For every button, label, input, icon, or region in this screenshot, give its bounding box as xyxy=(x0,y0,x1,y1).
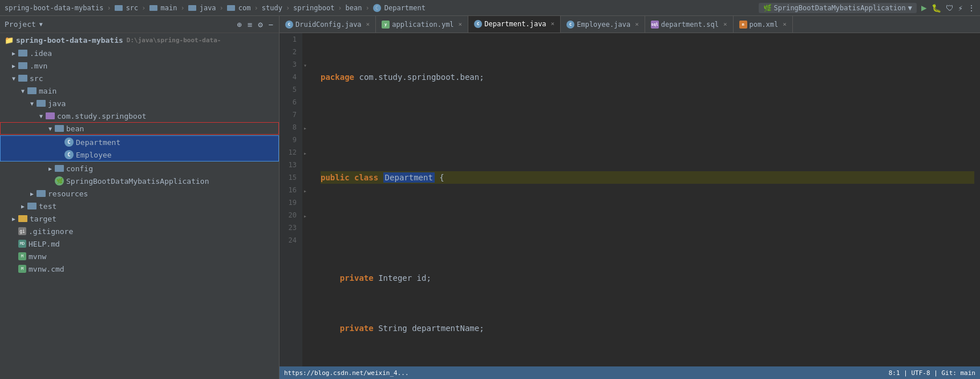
sidebar-item-java[interactable]: ▼ java xyxy=(0,97,279,110)
bc-main[interactable]: main xyxy=(161,4,177,12)
profile-icon[interactable]: ⚡ xyxy=(958,3,963,13)
settings-icon[interactable]: ⚙ xyxy=(257,19,264,30)
more-icon[interactable]: ⋮ xyxy=(967,3,975,13)
ln-2: 2 xyxy=(285,46,297,58)
bc-springboot[interactable]: springboot xyxy=(293,4,334,12)
project-name: spring-boot-data-mybatis xyxy=(16,36,123,45)
tab-department-java[interactable]: c Department.java × xyxy=(468,16,561,33)
coverage-icon[interactable]: 🛡 xyxy=(946,3,954,13)
bc-main-icon xyxy=(149,5,157,11)
sidebar-item-label: .mvn xyxy=(30,62,47,70)
tab-close[interactable]: × xyxy=(366,21,370,28)
gutter-2 xyxy=(302,46,315,58)
tab-close[interactable]: × xyxy=(783,21,787,28)
gutter-3: ▾ xyxy=(302,58,315,71)
bc-department[interactable]: Department xyxy=(384,4,426,12)
tab-department-sql[interactable]: sql department.sql × xyxy=(645,16,734,33)
sidebar-item-help[interactable]: ▶ MD HELP.md xyxy=(0,237,279,250)
tab-close[interactable]: × xyxy=(635,21,639,28)
tab-pom-xml[interactable]: m pom.xml × xyxy=(734,16,793,33)
folder-icon xyxy=(55,165,64,172)
dropdown-icon[interactable]: ▼ xyxy=(39,21,43,27)
arrow-icon: ▶ xyxy=(46,166,55,172)
run-icon[interactable]: ▶ xyxy=(921,2,927,13)
sidebar-item-label: mvnw.cmd xyxy=(29,265,64,273)
code-editor[interactable]: 1 2 3 4 5 6 7 8 9 12 13 15 16 19 20 23 2… xyxy=(280,33,980,366)
tab-close[interactable]: × xyxy=(723,21,727,28)
sidebar-item-mvn[interactable]: ▶ .mvn xyxy=(0,59,279,72)
bc-src[interactable]: src xyxy=(126,4,139,12)
tab-employee-java[interactable]: c Employee.java × xyxy=(561,16,645,33)
code-content[interactable]: package com.study.springboot.bean; publi… xyxy=(315,33,980,366)
tab-icon: c xyxy=(566,21,574,29)
gutter-8: ▸ xyxy=(302,121,315,134)
run-config-selector[interactable]: 🌿 SpringBootDataMybatisApplication ▼ xyxy=(759,3,917,13)
sidebar-item-department[interactable]: ▶ C Department xyxy=(1,136,278,148)
sidebar-header-icons: ⊕ ≡ ⚙ − xyxy=(236,19,274,30)
gutter-9 xyxy=(302,134,315,146)
sidebar-item-idea[interactable]: ▶ .idea xyxy=(0,47,279,59)
package-icon xyxy=(46,112,55,119)
sidebar-item-test[interactable]: ▶ test xyxy=(0,200,279,212)
fold-icon[interactable]: ▸ xyxy=(303,122,310,129)
tab-label: pom.xml xyxy=(750,21,779,29)
arrow-icon: ▶ xyxy=(9,216,18,222)
fold-icon[interactable]: ▸ xyxy=(303,210,310,217)
sidebar-item-gitignore[interactable]: ▶ gi .gitignore xyxy=(0,225,279,237)
gutter-13 xyxy=(302,159,315,171)
fold-icon[interactable]: ▸ xyxy=(303,147,310,154)
sidebar-item-label: com.study.springboot xyxy=(57,112,147,120)
code-line-6: private String departmentName; xyxy=(321,322,974,334)
tab-application-yml[interactable]: y application.yml × xyxy=(376,16,468,33)
tab-icon: c xyxy=(285,21,293,29)
tab-druidconfig[interactable]: c DruidConfig.java × xyxy=(280,16,376,33)
ln-23: 23 xyxy=(285,221,297,234)
tab-close[interactable]: × xyxy=(551,20,555,27)
gutter-19 xyxy=(302,196,315,209)
sidebar-item-label: .gitignore xyxy=(29,227,73,236)
sidebar-item-mvnw-cmd[interactable]: ▶ M mvnw.cmd xyxy=(0,263,279,275)
tab-close[interactable]: × xyxy=(459,21,463,28)
sidebar-item-package[interactable]: ▼ com.study.springboot xyxy=(0,110,279,122)
sidebar-item-employee[interactable]: ▶ C Employee xyxy=(1,148,278,161)
sidebar-item-target[interactable]: ▶ target xyxy=(0,212,279,225)
bc-java[interactable]: java xyxy=(200,4,216,12)
sidebar-item-main[interactable]: ▼ main xyxy=(0,84,279,97)
collapse-icon[interactable]: ≡ xyxy=(246,19,253,30)
sidebar-item-bean[interactable]: ▼ bean xyxy=(0,122,279,135)
folder-icon xyxy=(37,190,46,197)
sidebar-item-label: .idea xyxy=(30,49,52,58)
sidebar-title: Project ▼ xyxy=(5,20,43,29)
locate-icon[interactable]: ⊕ xyxy=(236,19,242,30)
sidebar-item-label: SpringBootDataMybatisApplication xyxy=(66,177,209,186)
debug-icon[interactable]: 🐛 xyxy=(932,3,941,13)
arrow-icon: ▶ xyxy=(9,50,18,57)
sidebar-item-label: Employee xyxy=(76,151,112,159)
minimize-icon[interactable]: − xyxy=(268,19,274,30)
sidebar-content[interactable]: 📁 spring-boot-data-mybatis D:\java\sprin… xyxy=(0,33,279,379)
tab-icon: c xyxy=(474,20,482,28)
project-label: Project xyxy=(5,20,36,29)
line-numbers: 1 2 3 4 5 6 7 8 9 12 13 15 16 19 20 23 2… xyxy=(280,33,302,366)
tab-label: Department.java xyxy=(484,20,546,28)
sidebar-item-resources[interactable]: ▶ resources xyxy=(0,187,279,200)
sidebar-item-src[interactable]: ▼ src xyxy=(0,72,279,84)
gutter-23 xyxy=(302,221,315,234)
status-url[interactable]: https://blog.csdn.net/weixin_4... xyxy=(284,369,409,377)
bc-com[interactable]: com xyxy=(238,4,251,12)
gutter-15 xyxy=(302,171,315,184)
bc-study[interactable]: study xyxy=(262,4,282,12)
project-root[interactable]: 📁 spring-boot-data-mybatis D:\java\sprin… xyxy=(0,33,279,47)
sidebar-item-config[interactable]: ▶ config xyxy=(0,162,279,175)
sidebar-item-mvnw[interactable]: ▶ M mvnw xyxy=(0,250,279,263)
fold-icon[interactable]: ▾ xyxy=(303,59,310,66)
sidebar: Project ▼ ⊕ ≡ ⚙ − 📁 spring-boot-data-myb… xyxy=(0,16,280,379)
dropdown-icon: ▼ xyxy=(908,4,912,12)
fold-icon[interactable]: ▸ xyxy=(303,185,310,192)
bc-project[interactable]: spring-boot-data-mybatis xyxy=(5,4,103,12)
bc-bean[interactable]: bean xyxy=(346,4,362,12)
ln-24: 24 xyxy=(285,234,297,247)
selected-group: ▶ C Department ▶ C Employee xyxy=(0,135,279,162)
status-right: 8:1 | UTF-8 | Git: main xyxy=(889,369,975,377)
sidebar-item-app[interactable]: ▶ 🌿 SpringBootDataMybatisApplication xyxy=(0,175,279,187)
